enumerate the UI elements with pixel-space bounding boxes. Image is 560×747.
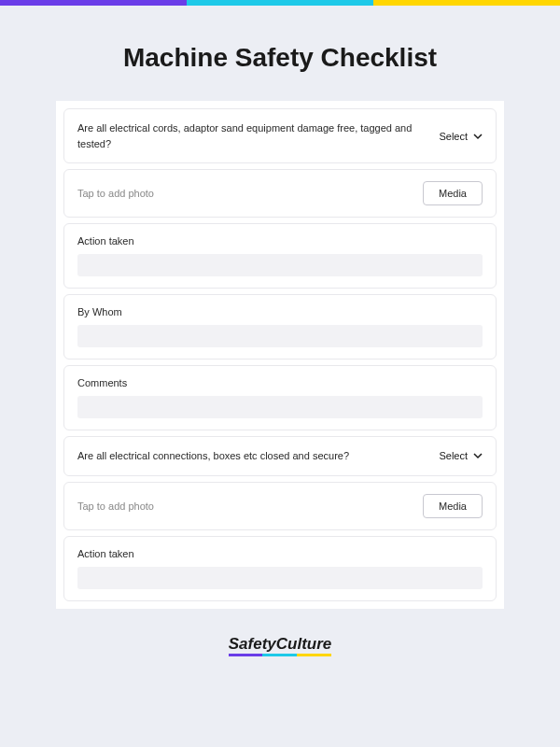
question-card: Are all electrical connections, boxes et… (63, 436, 497, 476)
footer: SafetyCulture (0, 609, 560, 654)
comments-card: Comments (63, 365, 497, 430)
action-taken-card: Action taken (63, 536, 497, 601)
action-taken-label: Action taken (77, 235, 483, 247)
page-title: Machine Safety Checklist (0, 6, 560, 101)
checklist-form: Are all electrical cords, adaptor sand e… (56, 101, 504, 609)
media-placeholder: Tap to add photo (77, 188, 154, 199)
accent-yellow (373, 0, 560, 6)
comments-input[interactable] (77, 396, 483, 418)
accent-purple (0, 0, 187, 6)
chevron-down-icon (473, 451, 483, 460)
select-dropdown[interactable]: Select (439, 450, 483, 461)
media-button[interactable]: Media (423, 181, 483, 205)
question-text: Are all electrical connections, boxes et… (77, 448, 427, 464)
select-label: Select (439, 131, 468, 142)
top-accent-bar (0, 0, 560, 6)
media-card: Tap to add photo Media (63, 482, 497, 530)
by-whom-label: By Whom (77, 306, 483, 317)
question-card: Are all electrical cords, adaptor sand e… (63, 108, 497, 163)
action-taken-input[interactable] (77, 567, 483, 589)
action-taken-label: Action taken (77, 548, 483, 559)
media-button[interactable]: Media (423, 494, 483, 518)
select-label: Select (439, 450, 468, 461)
select-dropdown[interactable]: Select (439, 131, 483, 142)
action-taken-card: Action taken (63, 223, 497, 289)
action-taken-input[interactable] (77, 254, 483, 276)
by-whom-input[interactable] (77, 325, 483, 347)
comments-label: Comments (77, 377, 483, 388)
brand-logo: SafetyCulture (229, 635, 332, 654)
media-card: Tap to add photo Media (63, 169, 497, 218)
question-text: Are all electrical cords, adaptor sand e… (77, 120, 427, 151)
chevron-down-icon (473, 132, 483, 141)
accent-cyan (187, 0, 373, 6)
by-whom-card: By Whom (63, 294, 497, 359)
media-placeholder: Tap to add photo (77, 500, 154, 512)
